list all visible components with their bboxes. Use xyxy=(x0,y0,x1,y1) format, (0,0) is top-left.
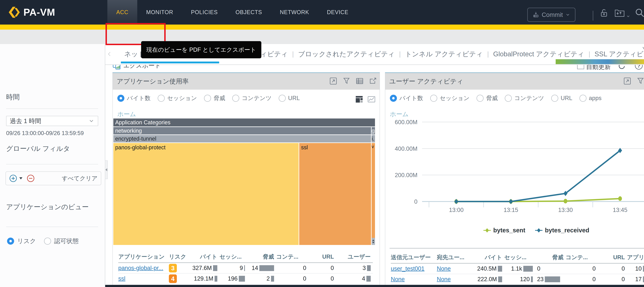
metric-threats-label: 脅威 xyxy=(214,94,225,102)
col-threats[interactable]: 脅威 xyxy=(535,253,566,261)
maximize-icon[interactable] xyxy=(623,77,631,85)
treemap-category-header[interactable]: Application Categories xyxy=(113,119,375,126)
line-chart-view-icon[interactable] xyxy=(367,95,376,103)
col-sessions[interactable]: セッシ... xyxy=(220,253,247,261)
add-filter-caret-icon[interactable] xyxy=(19,177,22,179)
radio-sanction-state[interactable]: 認可状態 xyxy=(44,237,79,245)
treemap-cell[interactable]: networking xyxy=(113,127,371,134)
metric-bytes-control[interactable] xyxy=(117,95,124,102)
col-bytes[interactable]: バイト xyxy=(472,253,504,261)
treemap-view-icon[interactable] xyxy=(355,95,363,103)
treemap-scrollbar[interactable] xyxy=(372,238,375,245)
maximize-icon[interactable] xyxy=(329,77,337,85)
metric-url[interactable]: URL xyxy=(279,95,300,102)
tab-tunnel-activity[interactable]: トンネル アクティビティ xyxy=(401,44,487,64)
treemap-cell-overflow[interactable]: g xyxy=(372,127,375,134)
table-view-icon[interactable] xyxy=(356,77,364,85)
commit-button[interactable]: Commit xyxy=(527,8,576,22)
application-view-title: アプリケーションのビュー xyxy=(6,202,89,211)
user-link[interactable]: None xyxy=(437,276,451,282)
col-dest-user[interactable]: 宛先ユー... xyxy=(437,253,472,261)
col-users[interactable]: ユーザー xyxy=(336,253,373,261)
treemap-block-ssl[interactable]: ssl xyxy=(299,143,371,245)
nav-divider xyxy=(593,11,593,21)
filter-icon[interactable] xyxy=(636,77,644,85)
app-link[interactable]: ssl xyxy=(118,275,125,282)
metric-url[interactable]: URL xyxy=(551,95,572,102)
scroll-down-icon[interactable] xyxy=(372,242,374,243)
metric-bytes-label: バイト数 xyxy=(127,94,150,102)
metric-bytes[interactable]: バイト数 xyxy=(390,94,423,102)
sidebar-collapse-handle[interactable] xyxy=(105,160,108,179)
task-manager-icon[interactable] xyxy=(614,9,625,17)
metric-sessions-control[interactable] xyxy=(158,95,165,102)
metric-content-control[interactable] xyxy=(232,95,239,102)
treemap-block-overflow[interactable]: v xyxy=(372,143,375,245)
metric-sessions[interactable]: セッション xyxy=(430,94,470,102)
breadcrumb-home[interactable]: ホーム xyxy=(117,110,136,118)
radio-sanction-control[interactable] xyxy=(44,237,51,245)
col-url[interactable]: URL xyxy=(598,254,627,261)
nav-tab-monitor[interactable]: MONITOR xyxy=(137,0,182,25)
col-bytes[interactable]: バイト xyxy=(189,253,220,261)
radio-risk[interactable]: リスク xyxy=(7,237,36,245)
col-apps[interactable]: アプリ. xyxy=(627,253,644,261)
metric-apps-control[interactable] xyxy=(580,95,586,102)
chevron-down-icon[interactable] xyxy=(626,14,630,19)
metric-threats[interactable]: 脅威 xyxy=(204,94,225,102)
nav-tab-network[interactable]: NETWORK xyxy=(271,0,318,25)
metric-content[interactable]: コンテンツ xyxy=(232,94,272,102)
scroll-left-icon[interactable] xyxy=(107,50,112,59)
col-content[interactable]: コンテ... xyxy=(566,253,598,261)
nav-tab-acc[interactable]: ACC xyxy=(107,0,137,25)
export-widget-icon[interactable] xyxy=(369,77,377,85)
chevron-down-icon xyxy=(565,12,570,17)
search-icon[interactable] xyxy=(635,8,644,18)
treemap-block-panos-global-protect[interactable]: panos-global-protect xyxy=(113,143,298,245)
add-filter-icon[interactable] xyxy=(9,174,17,182)
nav-tab-objects[interactable]: OBJECTS xyxy=(226,0,271,25)
legend-bytes_sent[interactable]: bytes_sent xyxy=(484,227,525,234)
metric-apps[interactable]: apps xyxy=(580,95,602,102)
radio-risk-control[interactable] xyxy=(7,237,14,245)
metric-content-control[interactable] xyxy=(505,95,512,102)
col-risk[interactable]: リスク xyxy=(169,253,189,261)
treemap-cell-overflow[interactable]: i. xyxy=(372,135,375,142)
clear-all-button[interactable]: すべてクリア xyxy=(62,174,98,182)
metric-bytes[interactable]: バイト数 xyxy=(117,94,150,102)
col-threats[interactable]: 脅威 xyxy=(247,253,276,261)
unlock-icon[interactable] xyxy=(599,7,608,18)
col-url[interactable]: URL xyxy=(308,253,336,260)
table-header-row: アプリケーション リスク バイト セッシ... 脅威 コンテ... URL ユー… xyxy=(118,251,373,263)
user-link[interactable]: None xyxy=(437,265,451,272)
metric-url-control[interactable] xyxy=(279,95,286,102)
metric-content[interactable]: コンテンツ xyxy=(505,94,544,102)
time-range-select[interactable]: 過去 1 時間 xyxy=(6,116,98,126)
metric-sessions-control[interactable] xyxy=(430,95,437,102)
scroll-up-icon[interactable] xyxy=(372,239,374,241)
user-link[interactable]: None xyxy=(391,276,405,282)
commit-icon xyxy=(532,11,539,18)
breadcrumb-home[interactable]: ホーム xyxy=(390,110,408,118)
metric-bytes-control[interactable] xyxy=(390,95,397,102)
col-source-user[interactable]: 送信元ユーザー xyxy=(391,253,437,261)
remove-filter-icon[interactable] xyxy=(27,174,35,182)
treemap-cell[interactable]: encrypted-tunnel xyxy=(113,135,371,142)
col-sessions[interactable]: セッシ... xyxy=(504,253,535,261)
metric-threats-control[interactable] xyxy=(476,95,484,102)
metric-threats-control[interactable] xyxy=(204,95,211,102)
nav-tab-policies[interactable]: POLICIES xyxy=(182,0,226,25)
col-application[interactable]: アプリケーション xyxy=(118,253,169,261)
user-link[interactable]: user_test001 xyxy=(391,265,424,272)
metric-sessions[interactable]: セッション xyxy=(158,94,197,102)
nav-tab-device[interactable]: DEVICE xyxy=(318,0,357,25)
metric-threats[interactable]: 脅威 xyxy=(476,94,498,102)
tab-blocked-activity[interactable]: ブロックされたアクティビティ xyxy=(294,44,399,64)
global-filters-toolbar: すべてクリア xyxy=(6,171,101,185)
col-content[interactable]: コンテ... xyxy=(276,253,308,261)
svg-text:600.00M: 600.00M xyxy=(395,119,418,125)
app-link[interactable]: panos-global-pr... xyxy=(118,265,163,271)
filter-icon[interactable] xyxy=(342,77,350,85)
metric-url-control[interactable] xyxy=(551,95,558,102)
legend-bytes_received[interactable]: bytes_received xyxy=(535,227,589,234)
